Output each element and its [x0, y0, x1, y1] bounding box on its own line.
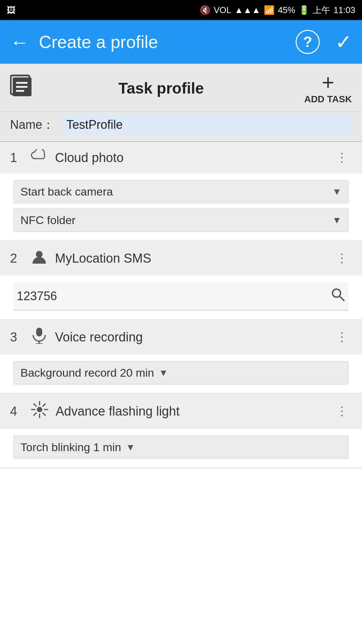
status-bar: 🖼 🔇 VOL ▲▲▲ 📶 45% 🔋 上午 11:03	[0, 0, 362, 20]
task-4-number: 4	[10, 404, 23, 419]
sms-search-icon[interactable]	[330, 287, 345, 305]
task-2-header: 2 MyLocation SMS	[0, 241, 362, 276]
svg-point-5	[36, 251, 43, 258]
camera-dropdown[interactable]: Start back camera ▼	[13, 180, 349, 203]
task-4-header: 4 Advance flashing light	[0, 393, 362, 429]
add-task-button[interactable]: + ADD TASK	[304, 72, 352, 105]
task-3-name: Voice recording	[55, 330, 325, 344]
name-row: Name：	[0, 112, 362, 142]
notification-icon: 🖼	[7, 5, 15, 15]
sms-input-row	[13, 282, 349, 311]
task-1-more-button[interactable]	[333, 149, 352, 166]
profile-name-input[interactable]	[61, 115, 352, 135]
background-record-arrow: ▼	[159, 368, 168, 378]
nfc-folder-dropdown-arrow: ▼	[332, 215, 342, 226]
app-bar: ← Create a profile ? ✓	[0, 20, 362, 64]
svg-line-17	[43, 413, 45, 415]
task-2-more-button[interactable]	[333, 250, 352, 267]
task-3-more-button[interactable]	[333, 329, 352, 345]
back-button[interactable]: ←	[10, 31, 29, 53]
task-3-number: 3	[10, 330, 23, 344]
task-2-number: 2	[10, 251, 23, 266]
name-label: Name：	[10, 117, 54, 133]
torch-blinking-label: Torch blinking 1 min	[20, 441, 121, 454]
help-button[interactable]: ?	[296, 30, 320, 54]
help-icon: ?	[303, 34, 312, 50]
task-4-more-button[interactable]	[333, 403, 352, 420]
torch-blinking-dropdown[interactable]: Torch blinking 1 min ▼	[13, 436, 349, 459]
task-3-header: 3 Voice recording	[0, 320, 362, 355]
torch-blinking-arrow: ▼	[126, 442, 135, 453]
svg-line-7	[340, 296, 344, 301]
add-task-label: ADD TASK	[304, 94, 352, 105]
profile-icon	[10, 72, 37, 104]
background-record-label: Background record 20 min	[20, 366, 154, 379]
task-1-body: Start back camera ▼ NFC folder ▼	[0, 173, 362, 240]
svg-line-19	[34, 413, 36, 415]
task-1-header: 1 Cloud photo	[0, 142, 362, 173]
confirm-button[interactable]: ✓	[335, 30, 352, 54]
nfc-folder-dropdown[interactable]: NFC folder ▼	[13, 209, 349, 232]
contact-icon	[31, 248, 48, 268]
svg-line-16	[34, 404, 36, 406]
task-2-name: MyLocation SMS	[55, 251, 325, 266]
camera-dropdown-arrow: ▼	[332, 186, 342, 197]
svg-point-11	[37, 407, 42, 412]
bottom-space	[0, 468, 362, 602]
page-title: Create a profile	[39, 32, 286, 52]
profile-title: Task profile	[45, 79, 277, 97]
task-4-name: Advance flashing light	[56, 404, 325, 419]
add-task-plus-icon: +	[322, 72, 334, 93]
signal-icon: 📶	[264, 5, 275, 15]
flash-icon	[31, 401, 48, 422]
background-record-dropdown[interactable]: Background record 20 min ▼	[13, 361, 349, 384]
svg-rect-8	[36, 328, 42, 336]
task-3-body: Background record 20 min ▼	[0, 355, 362, 393]
task-3-section: 3 Voice recording Background record 20 m…	[0, 320, 362, 393]
time-zone: 上午	[313, 4, 330, 16]
task-4-body: Torch blinking 1 min ▼	[0, 429, 362, 468]
task-1-name: Cloud photo	[55, 151, 325, 165]
task-4-section: 4 Advance flashing light Torch blinking …	[0, 393, 362, 468]
battery-text: 45%	[278, 5, 295, 15]
nfc-folder-dropdown-label: NFC folder	[20, 214, 75, 227]
lte-icon: VOL	[214, 5, 231, 15]
cloud-icon	[31, 149, 48, 166]
status-icons: 🔇 VOL ▲▲▲ 📶 45% 🔋 上午 11:03	[200, 4, 355, 16]
task-1-section: 1 Cloud photo Start back camera ▼ NFC fo…	[0, 142, 362, 241]
mute-icon: 🔇	[200, 5, 210, 15]
battery-icon: 🔋	[299, 5, 309, 15]
task-2-section: 2 MyLocation SMS	[0, 241, 362, 320]
profile-header: Task profile + ADD TASK	[0, 64, 362, 112]
task-1-number: 1	[10, 151, 23, 165]
camera-dropdown-label: Start back camera	[20, 185, 113, 198]
microphone-icon	[31, 327, 48, 347]
svg-line-18	[43, 404, 45, 406]
task-2-body	[0, 276, 362, 319]
time: 11:03	[334, 5, 355, 15]
wifi-icon: ▲▲▲	[235, 5, 260, 15]
sms-number-input[interactable]	[17, 289, 324, 303]
